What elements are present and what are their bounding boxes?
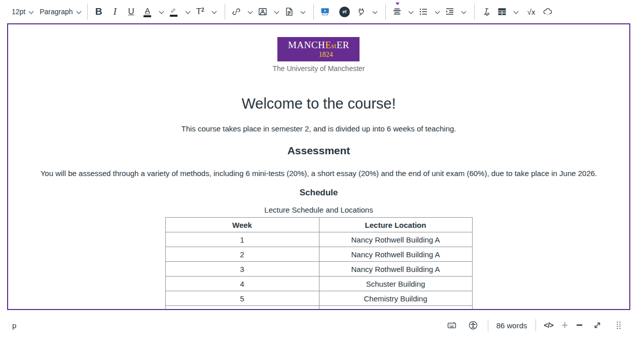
rce-content-area[interactable]: MANCHEstER 1824 The University of Manche…	[7, 23, 630, 310]
chevron-down-icon	[212, 10, 217, 14]
page-title: Welcome to the course!	[8, 95, 629, 112]
html-editor-button[interactable]: </>	[544, 321, 554, 329]
table-row: 6 Nancy Rothwell Building A	[165, 306, 472, 311]
statusbar-divider	[488, 319, 488, 331]
chevron-down-icon	[301, 10, 305, 14]
active-selection-marker	[396, 3, 400, 5]
align-button[interactable]	[390, 3, 404, 20]
toolbar-divider	[313, 4, 314, 20]
font-size-select[interactable]: 12pt	[10, 3, 35, 20]
toolbar-divider	[474, 4, 475, 20]
table-icon	[497, 7, 507, 17]
week-cell: 1	[165, 232, 319, 247]
indent-button[interactable]	[443, 3, 456, 20]
bold-button[interactable]: B	[92, 3, 105, 20]
font-size-label: 12pt	[12, 8, 25, 16]
insert-image-button[interactable]	[256, 3, 269, 20]
expand-icon	[592, 320, 602, 330]
link-dropdown[interactable]	[242, 3, 255, 20]
highlight-color-button[interactable]	[167, 3, 181, 20]
list-button[interactable]	[417, 3, 430, 20]
assessment-paragraph: You will be assessed through a variety o…	[8, 169, 629, 178]
keyboard-shortcuts-button[interactable]	[445, 317, 458, 334]
cloud-apps-button[interactable]	[541, 3, 554, 20]
icon-maker-button[interactable]	[479, 3, 492, 20]
toolbar-divider	[225, 4, 225, 20]
location-cell: Nancy Rothwell Building A	[319, 232, 472, 247]
lecture-schedule-table[interactable]: Week Lecture Location 1 Nancy Rothwell B…	[165, 217, 473, 310]
chevron-down-icon	[77, 10, 81, 14]
document-dropdown[interactable]	[295, 3, 308, 20]
text-color-button[interactable]: A	[141, 3, 154, 20]
link-button[interactable]	[230, 3, 243, 20]
chevron-down-icon	[29, 10, 33, 14]
image-icon	[258, 7, 268, 17]
table-row: 3 Nancy Rothwell Building A	[165, 262, 472, 277]
zoom-out-button[interactable]: −	[576, 320, 583, 330]
indent-dropdown[interactable]	[455, 3, 469, 20]
table-row: 1 Nancy Rothwell Building A	[165, 232, 472, 247]
highlighter-icon	[169, 7, 178, 17]
table-row: 5 Chemistry Building	[165, 291, 472, 306]
bold-icon: B	[95, 6, 102, 17]
university-logo[interactable]: MANCHEstER 1824 The University of Manche…	[272, 37, 365, 73]
table-button[interactable]	[495, 3, 509, 20]
manchester-logo-image: MANCHEstER 1824	[277, 37, 360, 61]
list-dropdown[interactable]	[429, 3, 442, 20]
block-format-select[interactable]: Paragraph	[38, 3, 82, 20]
location-cell: Nancy Rothwell Building A	[319, 262, 472, 277]
week-cell: 2	[165, 247, 319, 262]
chevron-down-icon	[461, 10, 466, 14]
week-cell: 4	[165, 277, 319, 291]
voicethread-icon: vt	[339, 7, 350, 17]
chevron-down-icon	[514, 10, 518, 14]
studio-media-button[interactable]	[318, 3, 332, 20]
align-dropdown[interactable]	[403, 3, 416, 20]
resize-handle[interactable]	[612, 317, 625, 334]
chevron-down-icon	[248, 10, 253, 14]
keyboard-icon	[447, 320, 457, 330]
location-cell: Nancy Rothwell Building A	[319, 247, 472, 262]
text-color-dropdown[interactable]	[153, 3, 166, 20]
underline-button[interactable]: U	[125, 3, 138, 20]
logo-year: 1824	[318, 51, 333, 58]
statusbar-divider	[535, 319, 536, 331]
document-content: MANCHEstER 1824 The University of Manche…	[8, 24, 629, 310]
equation-button[interactable]: √x	[525, 3, 538, 20]
rce-toolbar: 12pt Paragraph B I U A	[0, 0, 644, 23]
table-caption: Lecture Schedule and Locations	[8, 205, 629, 214]
voicethread-button[interactable]: vt	[338, 3, 351, 20]
fullscreen-button[interactable]	[591, 317, 604, 334]
italic-button[interactable]: I	[109, 3, 122, 20]
week-cell: 5	[165, 291, 319, 306]
external-apps-button[interactable]	[354, 3, 368, 20]
chevron-down-icon	[186, 10, 190, 14]
location-cell: Nancy Rothwell Building A	[319, 306, 472, 311]
superscript-icon: T2	[196, 7, 204, 17]
element-path[interactable]: p	[12, 321, 16, 330]
chevron-down-icon	[373, 10, 377, 14]
word-count[interactable]: 86 words	[496, 321, 527, 330]
highlight-color-dropdown[interactable]	[180, 3, 193, 20]
image-dropdown[interactable]	[268, 3, 281, 20]
logo-caption: The University of Manchester	[272, 64, 365, 73]
zoom-in-button[interactable]: +	[561, 320, 568, 330]
plug-icon	[356, 7, 366, 17]
toolbar-divider	[87, 4, 88, 20]
week-cell: 6	[165, 306, 319, 311]
toolbar-divider	[385, 4, 386, 20]
accessibility-checker-button[interactable]	[467, 317, 480, 334]
text-color-icon: A	[144, 7, 151, 17]
indent-icon	[445, 7, 455, 17]
bullet-list-icon	[418, 7, 428, 17]
intro-paragraph: This course takes place in semester 2, a…	[8, 124, 629, 133]
table-dropdown[interactable]	[508, 3, 521, 20]
cloud-icon	[543, 7, 553, 17]
document-icon	[284, 7, 294, 17]
external-apps-dropdown[interactable]	[367, 3, 380, 20]
superscript-dropdown[interactable]	[206, 3, 219, 20]
logo-wordmark: MANCHEstER	[288, 40, 349, 51]
location-cell: Schuster Building	[319, 277, 472, 291]
superscript-button[interactable]: T2	[194, 3, 207, 20]
insert-document-button[interactable]	[282, 3, 296, 20]
